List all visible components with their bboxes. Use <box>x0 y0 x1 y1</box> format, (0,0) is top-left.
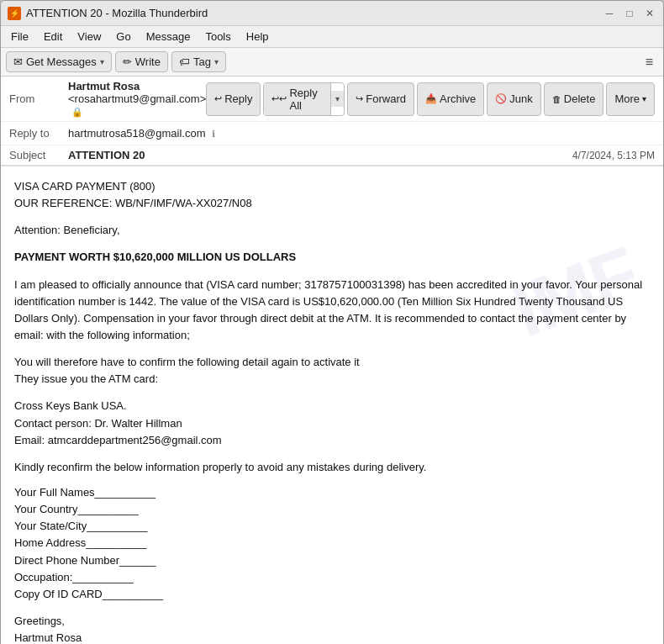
email-body: IMF VISA CARD PAYMENT (800) OUR REFERENC… <box>1 166 663 644</box>
body-section-para1: I am pleased to officially announce that… <box>14 277 650 345</box>
reply-all-icon: ↩↩ <box>271 93 287 104</box>
reply-icon: ↩ <box>214 93 222 104</box>
body-state-city: Your State/City__________ <box>14 518 650 535</box>
body-section-bank: Cross Keys Bank USA. Contact person: Dr.… <box>14 398 650 448</box>
get-messages-button[interactable]: ✉ Get Messages ▾ <box>6 51 112 72</box>
menu-tools[interactable]: Tools <box>198 28 237 45</box>
tag-dropdown-icon[interactable]: ▾ <box>214 57 219 66</box>
write-button[interactable]: ✏ Write <box>115 51 168 72</box>
body-bank-email: Email: atmcarddepartment256@gmail.com <box>14 432 650 449</box>
reply-to-info-icon: ℹ <box>212 129 215 139</box>
reply-all-main[interactable]: ↩↩ Reply All <box>264 83 331 115</box>
body-full-names: Your Full Names__________ <box>14 484 650 501</box>
body-id-card: Copy Of ID CARD__________ <box>14 586 650 603</box>
toolbar: ✉ Get Messages ▾ ✏ Write 🏷 Tag ▾ ≡ <box>1 48 663 77</box>
reply-to-value: hartmutrosa518@gmail.com ℹ <box>68 127 655 140</box>
menu-bar: File Edit View Go Message Tools Help <box>1 26 663 48</box>
envelope-icon: ✉ <box>13 55 23 68</box>
body-line1: VISA CARD PAYMENT (800) <box>14 178 650 195</box>
menu-edit[interactable]: Edit <box>37 28 69 45</box>
body-section-greeting: Greetings, Hartmut Rosa Regional Directo… <box>14 613 650 644</box>
body-sender-name: Hartmut Rosa <box>14 630 650 644</box>
pencil-icon: ✏ <box>123 55 132 68</box>
menu-help[interactable]: Help <box>240 28 276 45</box>
close-button[interactable]: ✕ <box>643 7 656 20</box>
body-section-header: VISA CARD PAYMENT (800) OUR REFERENCE: W… <box>14 178 650 212</box>
forward-button[interactable]: ↪ Forward <box>347 82 414 116</box>
archive-button[interactable]: 📥 Archive <box>417 82 484 116</box>
from-value: Hartmut Rosa <rosahartmut9@gmail.com> 🔒 <box>68 80 206 118</box>
subject-value: ATTENTION 20 <box>68 149 572 161</box>
body-section-attention: Attention: Beneficiary, <box>14 222 650 239</box>
from-label: From <box>9 92 68 105</box>
tag-icon: 🏷 <box>179 55 190 68</box>
window-title: ATTENTION 20 - Mozilla Thunderbird <box>26 7 603 19</box>
reply-all-split-button[interactable]: ↩↩ Reply All ▾ <box>263 82 345 116</box>
body-reconfirm-intro: Kindly reconfirm the below information p… <box>14 459 650 476</box>
reply-button[interactable]: ↩ Reply <box>206 82 261 116</box>
forward-icon: ↪ <box>356 93 363 104</box>
minimize-button[interactable]: ─ <box>603 7 616 20</box>
junk-button[interactable]: 🚫 Junk <box>487 82 540 116</box>
delete-button[interactable]: 🗑 Delete <box>544 82 604 116</box>
junk-icon: 🚫 <box>495 93 507 104</box>
menu-go[interactable]: Go <box>109 28 137 45</box>
body-home-address: Home Address__________ <box>14 535 650 552</box>
reply-to-row: Reply to hartmutrosa518@gmail.com ℹ <box>1 122 663 145</box>
body-bank-name: Cross Keys Bank USA. <box>14 398 650 414</box>
body-section-confirm: You will therefore have to confirm the f… <box>14 354 650 388</box>
body-worth: PAYMENT WORTH $10,620,000 MILLION US DOL… <box>14 249 650 266</box>
body-greetings: Greetings, <box>14 613 650 630</box>
app-icon: ⚡ <box>8 7 21 20</box>
from-verify-icon: 🔒 <box>71 107 83 117</box>
body-confirm-line1: You will therefore have to confirm the f… <box>14 354 650 371</box>
body-occupation: Occupation:__________ <box>14 569 650 586</box>
main-window: ⚡ ATTENTION 20 - Mozilla Thunderbird ─ □… <box>0 0 664 644</box>
more-button[interactable]: More ▾ <box>606 82 655 116</box>
email-date: 4/7/2024, 5:13 PM <box>572 150 655 161</box>
get-messages-dropdown-icon[interactable]: ▾ <box>100 57 104 66</box>
subject-row: Subject ATTENTION 20 4/7/2024, 5:13 PM <box>1 145 663 166</box>
body-confirm-line2: They issue you the ATM card: <box>14 371 650 388</box>
body-line2: OUR REFERENCE: WB/NF/IMF/WA-XX027/N08 <box>14 195 650 212</box>
title-bar: ⚡ ATTENTION 20 - Mozilla Thunderbird ─ □… <box>1 1 663 26</box>
reply-all-dropdown-icon[interactable]: ▾ <box>331 91 344 107</box>
menu-file[interactable]: File <box>4 28 35 45</box>
body-country: Your Country__________ <box>14 501 650 518</box>
archive-icon: 📥 <box>425 93 437 104</box>
body-attention: Attention: Beneficiary, <box>14 222 650 239</box>
maximize-button[interactable]: □ <box>623 7 636 20</box>
window-controls: ─ □ ✕ <box>603 7 656 20</box>
menu-view[interactable]: View <box>71 28 108 45</box>
subject-label: Subject <box>9 149 68 161</box>
more-dropdown-icon: ▾ <box>642 94 646 103</box>
body-phone: Direct Phone Number______ <box>14 552 650 569</box>
body-bank-contact: Contact person: Dr. Walter Hillman <box>14 415 650 432</box>
hamburger-menu-icon[interactable]: ≡ <box>640 53 658 71</box>
email-header: From Hartmut Rosa <rosahartmut9@gmail.co… <box>1 77 663 166</box>
delete-icon: 🗑 <box>552 94 561 104</box>
body-section-reconfirm: Kindly reconfirm the below information p… <box>14 459 650 603</box>
menu-message[interactable]: Message <box>140 28 198 45</box>
tag-button[interactable]: 🏷 Tag ▾ <box>171 51 226 72</box>
body-para1: I am pleased to officially announce that… <box>14 277 650 345</box>
inline-action-buttons: ↩ Reply ↩↩ Reply All ▾ ↪ Forward 📥 Arch <box>206 82 655 116</box>
reply-to-label: Reply to <box>9 127 68 140</box>
body-section-worth: PAYMENT WORTH $10,620,000 MILLION US DOL… <box>14 249 650 266</box>
